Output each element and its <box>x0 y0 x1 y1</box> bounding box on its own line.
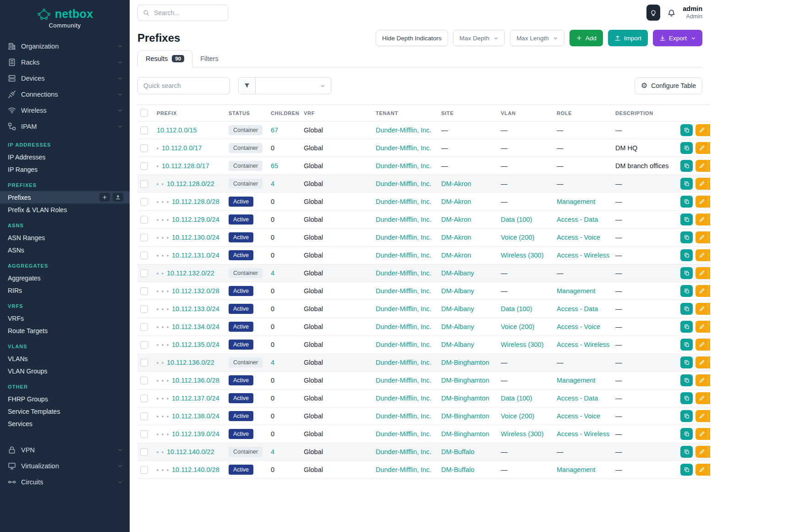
edit-dropdown-caret[interactable] <box>708 428 710 440</box>
site-link[interactable]: DM-Albany <box>441 305 474 313</box>
clone-button[interactable] <box>680 446 693 458</box>
quick-search-input[interactable] <box>137 77 230 94</box>
clone-button[interactable] <box>680 249 693 261</box>
edit-button[interactable] <box>695 464 708 476</box>
column-header-children[interactable]: CHILDREN <box>271 105 304 121</box>
prefix-link[interactable]: 10.112.138.0/24 <box>172 412 219 420</box>
tenant-link[interactable]: Dunder-Mifflin, Inc. <box>376 412 431 420</box>
children-count-link[interactable]: 4 <box>271 269 274 277</box>
site-link[interactable]: DM-Akron <box>441 234 471 241</box>
site-link[interactable]: DM-Akron <box>441 252 471 259</box>
children-count-link[interactable]: 4 <box>271 448 274 455</box>
tenant-link[interactable]: Dunder-Mifflin, Inc. <box>376 269 431 277</box>
sidebar-item-asn-ranges[interactable]: ASN Ranges <box>0 231 130 244</box>
brand[interactable]: netbox Community <box>0 0 130 31</box>
saved-filter-select[interactable] <box>256 77 331 94</box>
tenant-link[interactable]: Dunder-Mifflin, Inc. <box>376 180 431 187</box>
sidebar-item-wireless[interactable]: Wireless <box>0 102 130 118</box>
add-button[interactable]: Add <box>569 30 603 46</box>
column-header-description[interactable]: DESCRIPTION <box>615 105 680 121</box>
edit-button[interactable] <box>695 339 708 351</box>
tenant-link[interactable]: Dunder-Mifflin, Inc. <box>376 359 431 366</box>
row-checkbox[interactable] <box>140 234 148 241</box>
tab-filters[interactable]: Filters <box>192 50 226 67</box>
edit-button[interactable] <box>695 160 708 172</box>
prefix-link[interactable]: 10.112.140.0/22 <box>167 448 214 455</box>
tenant-link[interactable]: Dunder-Mifflin, Inc. <box>376 430 431 438</box>
vlan-link[interactable]: Data (100) <box>501 395 532 402</box>
site-link[interactable]: DM-Binghamton <box>441 359 489 366</box>
row-checkbox[interactable] <box>140 269 148 277</box>
theme-toggle-button[interactable] <box>646 5 660 21</box>
site-link[interactable]: DM-Albany <box>441 287 474 295</box>
column-header-vlan[interactable]: VLAN <box>501 105 557 121</box>
edit-button[interactable] <box>695 303 708 315</box>
row-checkbox[interactable] <box>140 162 148 170</box>
prefix-link[interactable]: 10.112.0.0/17 <box>162 144 202 152</box>
sidebar-item-vlans[interactable]: VLANs <box>0 352 130 365</box>
prefix-link[interactable]: 10.112.135.0/24 <box>172 341 219 348</box>
tenant-link[interactable]: Dunder-Mifflin, Inc. <box>376 305 431 313</box>
column-header-site[interactable]: SITE <box>441 105 501 121</box>
column-header-tenant[interactable]: TENANT <box>376 105 441 121</box>
site-link[interactable]: DM-Akron <box>441 198 471 205</box>
clone-button[interactable] <box>680 410 693 422</box>
edit-button[interactable] <box>695 267 708 279</box>
prefix-link[interactable]: 10.112.137.0/24 <box>172 395 219 402</box>
vlan-link[interactable]: Wireless (300) <box>501 341 543 348</box>
edit-dropdown-caret[interactable] <box>708 285 710 297</box>
sidebar-item-vrfs[interactable]: VRFs <box>0 312 130 324</box>
sidebar-item-vlan-groups[interactable]: VLAN Groups <box>0 365 130 377</box>
clone-button[interactable] <box>680 124 693 136</box>
row-checkbox[interactable] <box>140 180 148 188</box>
tenant-link[interactable]: Dunder-Mifflin, Inc. <box>376 323 431 330</box>
edit-button[interactable] <box>695 249 708 261</box>
row-checkbox[interactable] <box>140 359 148 367</box>
tenant-link[interactable]: Dunder-Mifflin, Inc. <box>376 466 431 473</box>
edit-dropdown-caret[interactable] <box>708 392 710 404</box>
site-link[interactable]: DM-Albany <box>441 341 474 348</box>
prefix-link[interactable]: 10.112.128.0/17 <box>162 162 209 170</box>
tab-results[interactable]: Results 90 <box>137 50 192 67</box>
role-link[interactable]: Access - Data <box>557 216 598 223</box>
tenant-link[interactable]: Dunder-Mifflin, Inc. <box>376 198 431 205</box>
children-count-link[interactable]: 67 <box>271 126 278 134</box>
prefix-link[interactable]: 10.112.130.0/24 <box>172 234 219 241</box>
clone-button[interactable] <box>680 339 693 351</box>
prefix-link[interactable]: 10.112.129.0/24 <box>172 216 219 223</box>
sidebar-item-ipam[interactable]: IPAM <box>0 118 130 134</box>
prefix-link[interactable]: 10.112.132.0/28 <box>172 287 219 295</box>
clone-button[interactable] <box>680 374 693 386</box>
edit-dropdown-caret[interactable] <box>708 124 710 136</box>
sidebar-item-asns[interactable]: ASNs <box>0 244 130 256</box>
site-link[interactable]: DM-Albany <box>441 269 474 277</box>
sidebar-item-aggregates[interactable]: Aggregates <box>0 272 130 284</box>
tenant-link[interactable]: Dunder-Mifflin, Inc. <box>376 252 431 259</box>
row-checkbox[interactable] <box>140 287 148 295</box>
edit-button[interactable] <box>695 446 708 458</box>
max-depth-dropdown[interactable]: Max Depth <box>453 30 505 46</box>
prefix-link[interactable]: 10.112.139.0/24 <box>172 430 219 438</box>
sidebar-item-service-templates[interactable]: Service Templates <box>0 405 130 417</box>
role-link[interactable]: Management <box>557 287 596 295</box>
edit-dropdown-caret[interactable] <box>708 214 710 225</box>
global-search[interactable] <box>137 5 228 21</box>
edit-button[interactable] <box>695 374 708 386</box>
edit-dropdown-caret[interactable] <box>708 303 710 315</box>
select-all-checkbox[interactable] <box>140 109 148 117</box>
prefix-link[interactable]: 10.112.136.0/22 <box>167 359 214 366</box>
children-count-link[interactable]: 65 <box>271 162 278 170</box>
prefix-link[interactable]: 10.112.136.0/28 <box>172 377 219 384</box>
user-menu[interactable]: admin Admin <box>683 5 702 20</box>
edit-button[interactable] <box>695 321 708 333</box>
vlan-link[interactable]: Voice (200) <box>501 412 534 420</box>
clone-button[interactable] <box>680 142 693 154</box>
edit-dropdown-caret[interactable] <box>708 446 710 458</box>
role-link[interactable]: Access - Voice <box>557 234 600 241</box>
export-button[interactable]: Export <box>653 30 702 46</box>
role-link[interactable]: Access - Voice <box>557 323 600 330</box>
row-checkbox[interactable] <box>140 144 148 152</box>
edit-button[interactable] <box>695 356 708 368</box>
tenant-link[interactable]: Dunder-Mifflin, Inc. <box>376 216 431 223</box>
edit-dropdown-caret[interactable] <box>708 464 710 476</box>
